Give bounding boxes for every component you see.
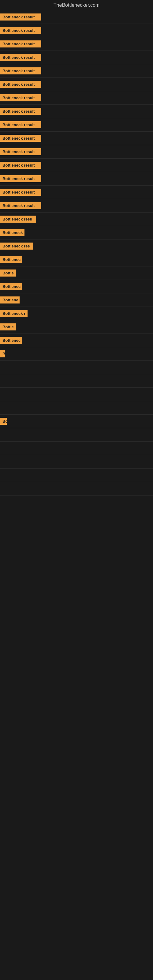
- list-item: Bottleneck result: [0, 132, 153, 145]
- list-item: Bottleneck result: [0, 118, 153, 132]
- bottleneck-result-bar[interactable]: Bottleneck resu: [0, 216, 36, 223]
- bottleneck-result-bar[interactable]: Bottlenec: [0, 337, 22, 344]
- list-item: Bottlenec: [0, 253, 153, 266]
- list-item: [0, 469, 153, 482]
- list-item: [0, 401, 153, 415]
- site-title: TheBottlenecker.com: [0, 0, 153, 10]
- bottleneck-result-bar[interactable]: Bottleneck r: [0, 310, 27, 317]
- list-item: Bottleneck result: [0, 78, 153, 91]
- list-item: [0, 374, 153, 388]
- bottleneck-result-bar[interactable]: Bottle: [0, 269, 16, 277]
- list-item: [0, 361, 153, 374]
- list-item: [0, 455, 153, 469]
- bottleneck-result-bar[interactable]: Bo: [0, 418, 7, 425]
- bottleneck-result-bar[interactable]: Bottleneck result: [0, 121, 41, 128]
- bottleneck-result-bar[interactable]: Bottleneck result: [0, 94, 41, 101]
- list-item: Bottle: [0, 266, 153, 280]
- list-item: Bottleneck result: [0, 199, 153, 213]
- bottleneck-result-bar[interactable]: Bottleneck: [0, 229, 24, 236]
- list-item: Bottlenec: [0, 280, 153, 293]
- bottleneck-result-bar[interactable]: Bottleneck result: [0, 135, 41, 142]
- bottleneck-result-bar[interactable]: Bottle: [0, 323, 16, 331]
- list-item: [0, 482, 153, 495]
- bottleneck-result-bar[interactable]: Bottleneck result: [0, 162, 41, 169]
- list-item: [0, 442, 153, 455]
- bottleneck-result-bar[interactable]: Bottleneck result: [0, 27, 41, 34]
- list-item: Bottleneck result: [0, 186, 153, 199]
- bottleneck-result-bar[interactable]: Bottleneck result: [0, 40, 41, 48]
- list-item: Bottleneck: [0, 226, 153, 240]
- list-item: B: [0, 347, 153, 361]
- bottleneck-result-bar[interactable]: Bottleneck result: [0, 202, 41, 209]
- list-item: Bottleneck result: [0, 64, 153, 78]
- list-item: Bottleneck result: [0, 145, 153, 159]
- list-item: Bottlenec: [0, 334, 153, 347]
- list-item: Bottleneck result: [0, 105, 153, 118]
- list-item: Bottlene: [0, 293, 153, 307]
- bottleneck-result-bar[interactable]: Bottlenec: [0, 256, 22, 263]
- bottleneck-result-bar[interactable]: Bottleneck result: [0, 148, 41, 155]
- list-item: Bottleneck r: [0, 307, 153, 320]
- bottleneck-result-bar[interactable]: Bottleneck result: [0, 81, 41, 88]
- list-item: Bottleneck result: [0, 10, 153, 24]
- bottleneck-result-bar[interactable]: Bottleneck result: [0, 175, 41, 182]
- bottleneck-result-bar[interactable]: Bottlene: [0, 296, 19, 304]
- list-item: Bottleneck result: [0, 172, 153, 186]
- bottleneck-result-bar[interactable]: B: [0, 350, 5, 357]
- bottleneck-result-bar[interactable]: Bottleneck result: [0, 108, 41, 115]
- bottleneck-result-bar[interactable]: Bottleneck result: [0, 67, 41, 75]
- list-item: Bottleneck result: [0, 91, 153, 105]
- bottleneck-result-bar[interactable]: Bottleneck result: [0, 189, 41, 196]
- bottleneck-result-bar[interactable]: Bottleneck result: [0, 13, 41, 21]
- bottleneck-result-bar[interactable]: Bottleneck res: [0, 243, 33, 250]
- list-item: Bottleneck result: [0, 51, 153, 64]
- list-item: [0, 428, 153, 442]
- list-item: Bo: [0, 415, 153, 428]
- list-item: [0, 388, 153, 401]
- list-item: Bottleneck resu: [0, 213, 153, 226]
- list-item: Bottleneck result: [0, 37, 153, 51]
- list-item: Bottle: [0, 320, 153, 334]
- bottleneck-result-bar[interactable]: Bottleneck result: [0, 54, 41, 61]
- list-item: Bottleneck res: [0, 240, 153, 253]
- list-item: Bottleneck result: [0, 24, 153, 37]
- bottleneck-result-bar[interactable]: Bottlenec: [0, 283, 22, 290]
- list-item: Bottleneck result: [0, 159, 153, 172]
